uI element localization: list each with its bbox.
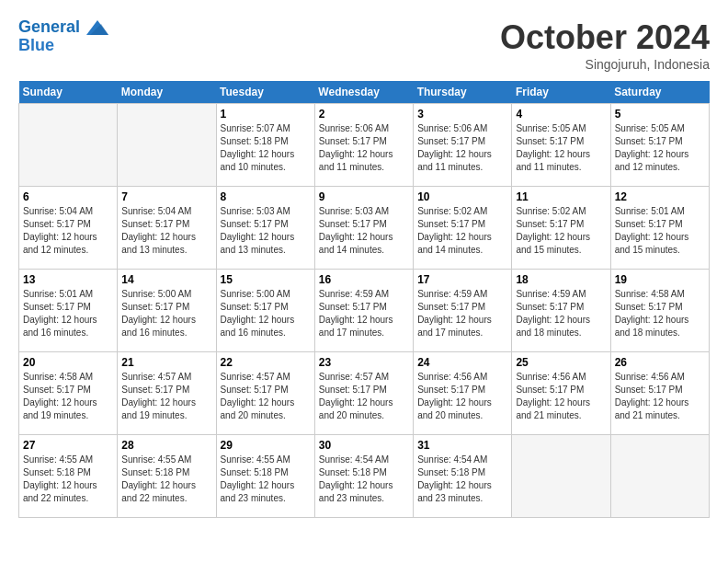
calendar-week-1: 1Sunrise: 5:07 AMSunset: 5:18 PMDaylight… [19,104,710,187]
calendar-cell: 26Sunrise: 4:56 AMSunset: 5:17 PMDayligh… [610,352,709,435]
day-info: Sunrise: 5:06 AMSunset: 5:17 PMDaylight:… [417,122,507,174]
calendar-cell: 23Sunrise: 4:57 AMSunset: 5:17 PMDayligh… [314,352,413,435]
calendar-cell: 3Sunrise: 5:06 AMSunset: 5:17 PMDaylight… [414,104,512,187]
day-number: 10 [417,190,507,203]
calendar-cell: 30Sunrise: 4:54 AMSunset: 5:18 PMDayligh… [314,435,413,518]
logo-general: General [18,17,80,36]
calendar-cell: 17Sunrise: 4:59 AMSunset: 5:17 PMDayligh… [414,270,512,352]
day-info: Sunrise: 4:58 AMSunset: 5:17 PMDaylight:… [615,288,705,339]
day-info: Sunrise: 4:57 AMSunset: 5:17 PMDaylight:… [121,371,211,422]
page-header: General Blue October 2024 Singojuruh, In… [18,18,710,72]
day-number: 17 [417,273,507,286]
day-number: 16 [319,273,409,286]
weekday-header-thursday: Thursday [414,81,512,104]
day-number: 26 [615,356,705,369]
day-info: Sunrise: 4:56 AMSunset: 5:17 PMDaylight:… [516,371,606,422]
day-info: Sunrise: 4:57 AMSunset: 5:17 PMDaylight:… [319,371,409,422]
day-number: 25 [516,356,606,369]
day-info: Sunrise: 4:57 AMSunset: 5:17 PMDaylight:… [221,371,311,422]
day-number: 5 [615,108,705,121]
calendar-cell [610,435,709,518]
day-number: 21 [121,356,211,369]
calendar-cell: 18Sunrise: 4:59 AMSunset: 5:17 PMDayligh… [512,270,610,352]
logo: General Blue [18,18,108,55]
calendar-table: SundayMondayTuesdayWednesdayThursdayFrid… [18,81,710,518]
calendar-cell: 8Sunrise: 5:03 AMSunset: 5:17 PMDaylight… [216,187,314,270]
day-number: 20 [23,356,113,369]
day-info: Sunrise: 4:58 AMSunset: 5:17 PMDaylight:… [23,371,113,422]
calendar-cell: 27Sunrise: 4:55 AMSunset: 5:18 PMDayligh… [19,435,118,518]
calendar-cell: 21Sunrise: 4:57 AMSunset: 5:17 PMDayligh… [118,352,216,435]
day-info: Sunrise: 4:54 AMSunset: 5:18 PMDaylight:… [417,454,507,505]
day-number: 12 [615,190,705,203]
day-number: 7 [121,190,211,203]
day-info: Sunrise: 5:01 AMSunset: 5:17 PMDaylight:… [615,205,705,257]
location-subtitle: Singojuruh, Indonesia [500,57,710,72]
day-info: Sunrise: 4:56 AMSunset: 5:17 PMDaylight:… [417,371,507,422]
day-number: 28 [121,439,211,452]
day-info: Sunrise: 5:04 AMSunset: 5:17 PMDaylight:… [23,205,113,257]
day-number: 1 [221,108,311,121]
day-number: 27 [23,439,113,452]
calendar-cell: 7Sunrise: 5:04 AMSunset: 5:17 PMDaylight… [118,187,216,270]
day-info: Sunrise: 4:59 AMSunset: 5:17 PMDaylight:… [516,288,606,339]
day-number: 24 [417,356,507,369]
day-number: 19 [615,273,705,286]
day-number: 2 [319,108,409,121]
calendar-cell: 19Sunrise: 4:58 AMSunset: 5:17 PMDayligh… [610,270,709,352]
weekday-header-row: SundayMondayTuesdayWednesdayThursdayFrid… [19,81,710,104]
day-info: Sunrise: 5:03 AMSunset: 5:17 PMDaylight:… [319,205,409,257]
day-number: 13 [23,273,113,286]
day-number: 9 [319,190,409,203]
day-info: Sunrise: 4:54 AMSunset: 5:18 PMDaylight:… [319,454,409,505]
calendar-cell: 31Sunrise: 4:54 AMSunset: 5:18 PMDayligh… [414,435,512,518]
calendar-cell [118,104,216,187]
calendar-cell: 10Sunrise: 5:02 AMSunset: 5:17 PMDayligh… [414,187,512,270]
day-info: Sunrise: 4:56 AMSunset: 5:17 PMDaylight:… [615,371,705,422]
day-info: Sunrise: 5:05 AMSunset: 5:17 PMDaylight:… [516,122,606,174]
day-number: 31 [417,439,507,452]
calendar-cell: 20Sunrise: 4:58 AMSunset: 5:17 PMDayligh… [19,352,118,435]
calendar-cell: 12Sunrise: 5:01 AMSunset: 5:17 PMDayligh… [610,187,709,270]
day-number: 6 [23,190,113,203]
day-info: Sunrise: 5:02 AMSunset: 5:17 PMDaylight:… [516,205,606,257]
weekday-header-sunday: Sunday [19,81,118,104]
day-info: Sunrise: 4:55 AMSunset: 5:18 PMDaylight:… [23,454,113,505]
weekday-header-tuesday: Tuesday [216,81,314,104]
title-block: October 2024 Singojuruh, Indonesia [500,18,710,72]
day-info: Sunrise: 5:01 AMSunset: 5:17 PMDaylight:… [23,288,113,339]
calendar-cell: 15Sunrise: 5:00 AMSunset: 5:17 PMDayligh… [216,270,314,352]
calendar-cell: 11Sunrise: 5:02 AMSunset: 5:17 PMDayligh… [512,187,610,270]
calendar-cell: 5Sunrise: 5:05 AMSunset: 5:17 PMDaylight… [610,104,709,187]
calendar-cell: 14Sunrise: 5:00 AMSunset: 5:17 PMDayligh… [118,270,216,352]
calendar-cell: 28Sunrise: 4:55 AMSunset: 5:18 PMDayligh… [118,435,216,518]
calendar-cell: 22Sunrise: 4:57 AMSunset: 5:17 PMDayligh… [216,352,314,435]
calendar-cell: 1Sunrise: 5:07 AMSunset: 5:18 PMDaylight… [216,104,314,187]
day-number: 15 [221,273,311,286]
day-info: Sunrise: 5:06 AMSunset: 5:17 PMDaylight:… [319,122,409,174]
day-number: 14 [121,273,211,286]
weekday-header-saturday: Saturday [610,81,709,104]
calendar-cell [19,104,118,187]
calendar-cell: 9Sunrise: 5:03 AMSunset: 5:17 PMDaylight… [314,187,413,270]
calendar-week-4: 20Sunrise: 4:58 AMSunset: 5:17 PMDayligh… [19,352,710,435]
calendar-cell: 25Sunrise: 4:56 AMSunset: 5:17 PMDayligh… [512,352,610,435]
calendar-cell: 29Sunrise: 4:55 AMSunset: 5:18 PMDayligh… [216,435,314,518]
calendar-week-3: 13Sunrise: 5:01 AMSunset: 5:17 PMDayligh… [19,270,710,352]
day-number: 11 [516,190,606,203]
calendar-cell: 4Sunrise: 5:05 AMSunset: 5:17 PMDaylight… [512,104,610,187]
day-info: Sunrise: 4:55 AMSunset: 5:18 PMDaylight:… [121,454,211,505]
calendar-cell: 24Sunrise: 4:56 AMSunset: 5:17 PMDayligh… [414,352,512,435]
day-info: Sunrise: 5:07 AMSunset: 5:18 PMDaylight:… [221,122,311,174]
day-info: Sunrise: 4:59 AMSunset: 5:17 PMDaylight:… [319,288,409,339]
calendar-cell: 16Sunrise: 4:59 AMSunset: 5:17 PMDayligh… [314,270,413,352]
weekday-header-wednesday: Wednesday [314,81,413,104]
calendar-week-2: 6Sunrise: 5:04 AMSunset: 5:17 PMDaylight… [19,187,710,270]
weekday-header-friday: Friday [512,81,610,104]
day-info: Sunrise: 5:00 AMSunset: 5:17 PMDaylight:… [121,288,211,339]
logo-blue: Blue [18,36,54,54]
weekday-header-monday: Monday [118,81,216,104]
day-number: 22 [221,356,311,369]
calendar-cell [512,435,610,518]
day-info: Sunrise: 4:55 AMSunset: 5:18 PMDaylight:… [221,454,311,505]
